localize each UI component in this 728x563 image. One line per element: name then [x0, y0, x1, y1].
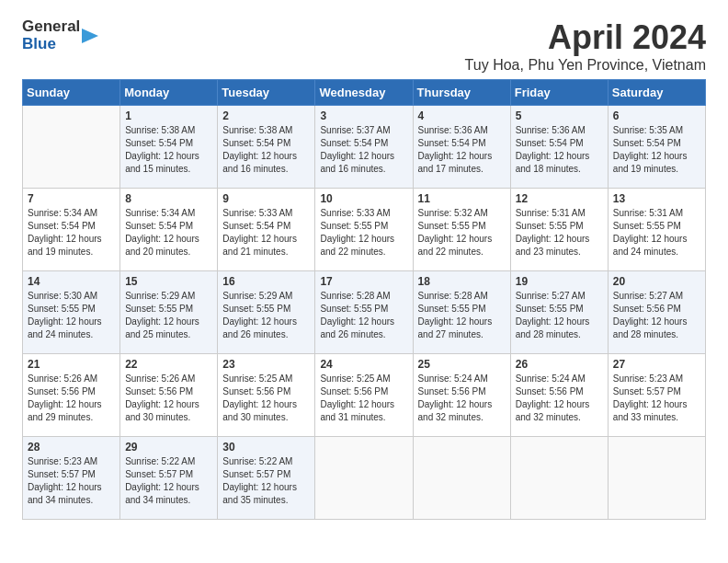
day-number: 4: [418, 109, 506, 122]
day-cell: [23, 106, 120, 189]
day-cell: 15Sunrise: 5:29 AMSunset: 5:55 PMDayligh…: [120, 271, 218, 354]
day-number: 3: [320, 109, 407, 122]
day-info: Sunrise: 5:29 AMSunset: 5:55 PMDaylight:…: [125, 290, 212, 341]
day-info: Sunrise: 5:34 AMSunset: 5:54 PMDaylight:…: [28, 207, 115, 259]
logo-line2: Blue: [22, 36, 80, 53]
day-info: Sunrise: 5:36 AMSunset: 5:54 PMDaylight:…: [418, 124, 506, 176]
day-cell: 2Sunrise: 5:38 AMSunset: 5:54 PMDaylight…: [218, 106, 315, 189]
day-cell: [608, 437, 705, 520]
logo-line1: General: [22, 18, 80, 36]
day-cell: [510, 437, 608, 520]
header-cell-friday: Friday: [510, 80, 608, 106]
day-info: Sunrise: 5:34 AMSunset: 5:54 PMDaylight:…: [125, 207, 212, 259]
week-row-1: 1Sunrise: 5:38 AMSunset: 5:54 PMDaylight…: [23, 106, 706, 189]
day-number: 15: [125, 275, 212, 288]
day-cell: 22Sunrise: 5:26 AMSunset: 5:56 PMDayligh…: [120, 354, 218, 437]
day-number: 25: [418, 358, 506, 371]
day-info: Sunrise: 5:27 AMSunset: 5:56 PMDaylight:…: [613, 290, 700, 341]
day-info: Sunrise: 5:26 AMSunset: 5:56 PMDaylight:…: [125, 373, 212, 424]
day-number: 6: [613, 109, 700, 122]
day-cell: 14Sunrise: 5:30 AMSunset: 5:55 PMDayligh…: [23, 271, 120, 354]
day-info: Sunrise: 5:37 AMSunset: 5:54 PMDaylight:…: [320, 124, 407, 176]
day-cell: 12Sunrise: 5:31 AMSunset: 5:55 PMDayligh…: [510, 189, 608, 271]
day-cell: 3Sunrise: 5:37 AMSunset: 5:54 PMDaylight…: [315, 106, 413, 189]
calendar-table: SundayMondayTuesdayWednesdayThursdayFrid…: [22, 79, 706, 520]
day-number: 26: [516, 358, 603, 371]
day-info: Sunrise: 5:33 AMSunset: 5:54 PMDaylight:…: [222, 207, 310, 259]
week-row-5: 28Sunrise: 5:23 AMSunset: 5:57 PMDayligh…: [23, 437, 706, 520]
day-number: 30: [222, 441, 310, 454]
svg-marker-0: [82, 29, 98, 43]
header-cell-thursday: Thursday: [413, 80, 510, 106]
day-info: Sunrise: 5:38 AMSunset: 5:54 PMDaylight:…: [125, 124, 212, 176]
day-cell: 18Sunrise: 5:28 AMSunset: 5:55 PMDayligh…: [413, 271, 510, 354]
day-info: Sunrise: 5:22 AMSunset: 5:57 PMDaylight:…: [222, 455, 310, 507]
day-info: Sunrise: 5:33 AMSunset: 5:55 PMDaylight:…: [320, 207, 407, 259]
header-cell-tuesday: Tuesday: [218, 80, 315, 106]
day-info: Sunrise: 5:38 AMSunset: 5:54 PMDaylight:…: [222, 124, 310, 176]
day-number: 20: [613, 275, 700, 288]
day-cell: 24Sunrise: 5:25 AMSunset: 5:56 PMDayligh…: [315, 354, 413, 437]
day-info: Sunrise: 5:24 AMSunset: 5:56 PMDaylight:…: [516, 373, 603, 424]
day-cell: 10Sunrise: 5:33 AMSunset: 5:55 PMDayligh…: [315, 189, 413, 271]
day-cell: 27Sunrise: 5:23 AMSunset: 5:57 PMDayligh…: [608, 354, 705, 437]
month-title: April 2024: [465, 18, 706, 57]
day-cell: 6Sunrise: 5:35 AMSunset: 5:54 PMDaylight…: [608, 106, 705, 189]
day-cell: 23Sunrise: 5:25 AMSunset: 5:56 PMDayligh…: [218, 354, 315, 437]
day-number: 27: [613, 358, 700, 371]
day-number: 12: [516, 192, 603, 205]
header-row: SundayMondayTuesdayWednesdayThursdayFrid…: [23, 80, 706, 106]
location-title: Tuy Hoa, Phu Yen Province, Vietnam: [465, 57, 706, 74]
day-info: Sunrise: 5:23 AMSunset: 5:57 PMDaylight:…: [28, 455, 115, 507]
day-cell: 19Sunrise: 5:27 AMSunset: 5:55 PMDayligh…: [510, 271, 608, 354]
day-info: Sunrise: 5:25 AMSunset: 5:56 PMDaylight:…: [320, 373, 407, 424]
day-number: 19: [516, 275, 603, 288]
day-cell: 1Sunrise: 5:38 AMSunset: 5:54 PMDaylight…: [120, 106, 218, 189]
day-cell: 11Sunrise: 5:32 AMSunset: 5:55 PMDayligh…: [413, 189, 510, 271]
header-cell-saturday: Saturday: [608, 80, 705, 106]
day-number: 9: [222, 192, 310, 205]
day-info: Sunrise: 5:31 AMSunset: 5:55 PMDaylight:…: [516, 207, 603, 259]
day-cell: 7Sunrise: 5:34 AMSunset: 5:54 PMDaylight…: [23, 189, 120, 271]
day-number: 16: [222, 275, 310, 288]
week-row-3: 14Sunrise: 5:30 AMSunset: 5:55 PMDayligh…: [23, 271, 706, 354]
day-info: Sunrise: 5:26 AMSunset: 5:56 PMDaylight:…: [28, 373, 115, 424]
day-info: Sunrise: 5:24 AMSunset: 5:56 PMDaylight:…: [418, 373, 506, 424]
day-cell: 13Sunrise: 5:31 AMSunset: 5:55 PMDayligh…: [608, 189, 705, 271]
day-info: Sunrise: 5:28 AMSunset: 5:55 PMDaylight:…: [320, 290, 407, 341]
day-cell: 25Sunrise: 5:24 AMSunset: 5:56 PMDayligh…: [413, 354, 510, 437]
header-cell-monday: Monday: [120, 80, 218, 106]
day-cell: 4Sunrise: 5:36 AMSunset: 5:54 PMDaylight…: [413, 106, 510, 189]
day-number: 7: [28, 192, 115, 205]
day-info: Sunrise: 5:32 AMSunset: 5:55 PMDaylight:…: [418, 207, 506, 259]
day-info: Sunrise: 5:30 AMSunset: 5:55 PMDaylight:…: [28, 290, 115, 341]
day-cell: [413, 437, 510, 520]
day-number: 21: [28, 358, 115, 371]
day-number: 11: [418, 192, 506, 205]
title-area: April 2024 Tuy Hoa, Phu Yen Province, Vi…: [465, 18, 706, 74]
day-number: 13: [613, 192, 700, 205]
day-info: Sunrise: 5:28 AMSunset: 5:55 PMDaylight:…: [418, 290, 506, 341]
day-info: Sunrise: 5:22 AMSunset: 5:57 PMDaylight:…: [125, 455, 212, 507]
week-row-2: 7Sunrise: 5:34 AMSunset: 5:54 PMDaylight…: [23, 189, 706, 271]
day-number: 14: [28, 275, 115, 288]
day-info: Sunrise: 5:36 AMSunset: 5:54 PMDaylight:…: [516, 124, 603, 176]
day-number: 1: [125, 109, 212, 122]
day-cell: 9Sunrise: 5:33 AMSunset: 5:54 PMDaylight…: [218, 189, 315, 271]
day-number: 24: [320, 358, 407, 371]
logo: General Blue: [22, 18, 100, 52]
day-cell: 30Sunrise: 5:22 AMSunset: 5:57 PMDayligh…: [218, 437, 315, 520]
day-cell: 5Sunrise: 5:36 AMSunset: 5:54 PMDaylight…: [510, 106, 608, 189]
day-cell: 28Sunrise: 5:23 AMSunset: 5:57 PMDayligh…: [23, 437, 120, 520]
day-number: 8: [125, 192, 212, 205]
day-number: 23: [222, 358, 310, 371]
day-cell: 26Sunrise: 5:24 AMSunset: 5:56 PMDayligh…: [510, 354, 608, 437]
day-info: Sunrise: 5:35 AMSunset: 5:54 PMDaylight:…: [613, 124, 700, 176]
day-cell: 16Sunrise: 5:29 AMSunset: 5:55 PMDayligh…: [218, 271, 315, 354]
day-info: Sunrise: 5:27 AMSunset: 5:55 PMDaylight:…: [516, 290, 603, 341]
day-number: 10: [320, 192, 407, 205]
day-cell: 21Sunrise: 5:26 AMSunset: 5:56 PMDayligh…: [23, 354, 120, 437]
day-number: 5: [516, 109, 603, 122]
day-cell: 17Sunrise: 5:28 AMSunset: 5:55 PMDayligh…: [315, 271, 413, 354]
logo-arrow-icon: [82, 27, 100, 45]
